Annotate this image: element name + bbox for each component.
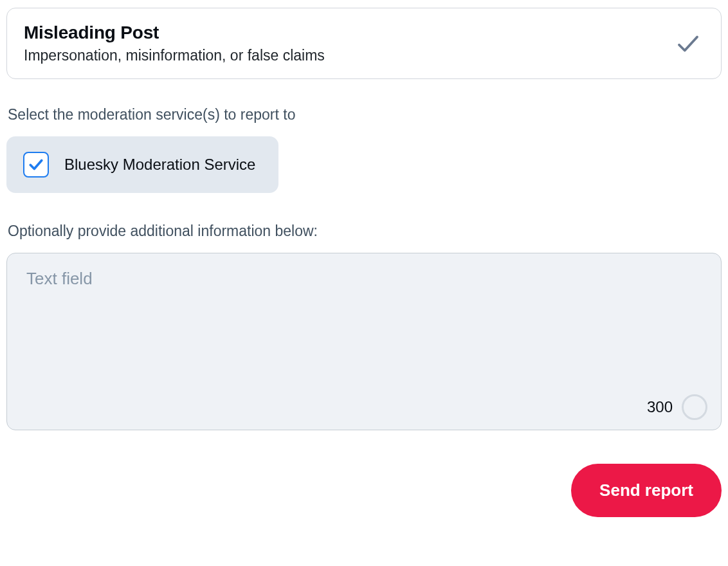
service-checkbox[interactable]	[23, 152, 49, 178]
progress-circle-icon	[682, 394, 707, 420]
service-name-label: Bluesky Moderation Service	[64, 156, 255, 174]
reason-text-group: Misleading Post Impersonation, misinform…	[24, 23, 325, 64]
send-report-button[interactable]: Send report	[571, 464, 722, 517]
char-count-value: 300	[647, 398, 673, 416]
check-icon	[675, 30, 702, 57]
footer-actions: Send report	[6, 464, 722, 517]
additional-info-label: Optionally provide additional informatio…	[6, 223, 722, 240]
char-counter: 300	[647, 394, 707, 420]
additional-info-input[interactable]	[6, 253, 722, 430]
report-reason-card[interactable]: Misleading Post Impersonation, misinform…	[6, 8, 722, 79]
reason-description: Impersonation, misinformation, or false …	[24, 47, 325, 64]
reason-title: Misleading Post	[24, 23, 325, 43]
services-list: Bluesky Moderation Service	[6, 136, 722, 193]
textarea-container: 300	[6, 253, 722, 433]
service-item-bluesky[interactable]: Bluesky Moderation Service	[6, 136, 278, 193]
services-label: Select the moderation service(s) to repo…	[6, 106, 722, 123]
